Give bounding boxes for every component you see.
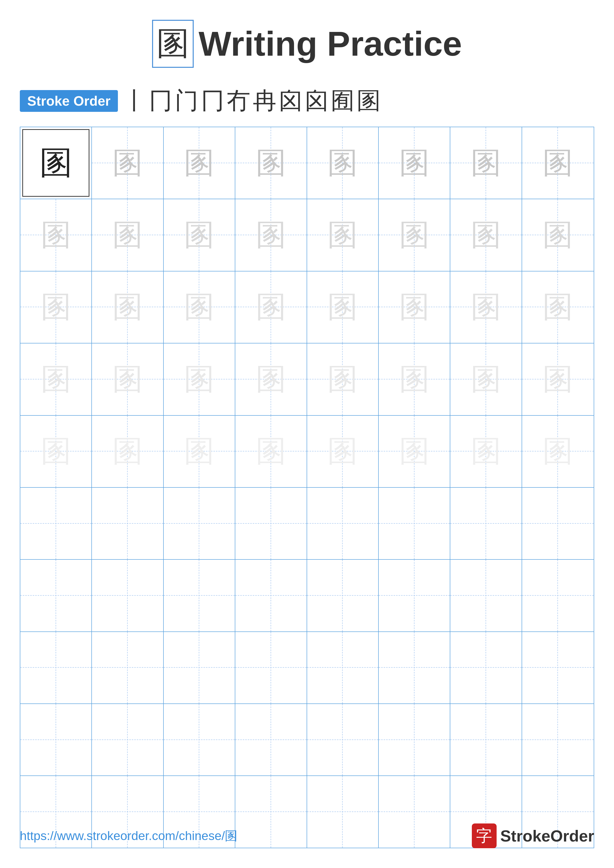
grid-cell[interactable]: 圂 — [379, 199, 450, 271]
grid-cell-blank[interactable] — [522, 704, 594, 775]
grid-cell[interactable]: 圂 — [235, 199, 307, 271]
practice-char: 圂 — [184, 359, 214, 399]
practice-char: 圂 — [113, 359, 142, 399]
grid-cell[interactable]: 圂 — [379, 416, 450, 487]
grid-cell[interactable]: 圂 — [522, 127, 594, 199]
stroke-8: 囟 — [305, 85, 328, 117]
practice-char: 圂 — [113, 431, 142, 471]
logo-text: StrokeOrder — [500, 827, 594, 845]
grid-cell[interactable]: 圂 — [92, 271, 163, 343]
grid-cell[interactable]: 圂 — [20, 199, 92, 271]
grid-cell-reference[interactable]: 圂 — [20, 127, 92, 199]
grid-cell-blank[interactable] — [522, 632, 594, 704]
grid-cell[interactable]: 圂 — [379, 271, 450, 343]
practice-char: 圂 — [328, 143, 358, 183]
grid-cell-blank[interactable] — [92, 560, 163, 631]
grid-cell[interactable]: 圂 — [307, 343, 379, 415]
practice-char: 圂 — [471, 359, 501, 399]
grid-cell-blank[interactable] — [164, 632, 235, 704]
grid-cell[interactable]: 圂 — [164, 127, 235, 199]
grid-cell-blank[interactable] — [164, 560, 235, 631]
grid-cell-blank[interactable] — [92, 632, 163, 704]
grid-cell[interactable]: 圂 — [307, 416, 379, 487]
grid-cell-blank[interactable] — [450, 488, 522, 559]
grid-cell[interactable]: 圂 — [522, 343, 594, 415]
grid-cell-blank[interactable] — [307, 488, 379, 559]
grid-cell-blank[interactable] — [522, 488, 594, 559]
grid-cell-blank[interactable] — [379, 488, 450, 559]
grid-cell[interactable]: 圂 — [235, 343, 307, 415]
grid-cell-blank[interactable] — [235, 488, 307, 559]
grid-cell[interactable]: 圂 — [164, 271, 235, 343]
grid-cell[interactable]: 圂 — [20, 271, 92, 343]
grid-cell-blank[interactable] — [164, 704, 235, 775]
grid-cell[interactable]: 圂 — [92, 416, 163, 487]
grid-cell[interactable]: 圂 — [450, 343, 522, 415]
grid-cell[interactable]: 圂 — [522, 271, 594, 343]
practice-char: 圂 — [543, 359, 573, 399]
grid-cell-blank[interactable] — [20, 704, 92, 775]
grid-cell[interactable]: 圂 — [307, 127, 379, 199]
grid-cell[interactable]: 圂 — [450, 271, 522, 343]
practice-char: 圂 — [328, 359, 358, 399]
grid-cell[interactable]: 圂 — [92, 127, 163, 199]
practice-char: 圂 — [328, 287, 358, 327]
grid-row-blank[interactable] — [20, 632, 594, 704]
grid-cell-blank[interactable] — [20, 488, 92, 559]
stroke-sequence: 丨 冂 门 冂 冇 冉 囟 囟 囿 圂 — [123, 85, 381, 117]
grid-cell-blank[interactable] — [307, 632, 379, 704]
footer-url[interactable]: https://www.strokeorder.com/chinese/圂 — [20, 828, 237, 844]
grid-row-blank[interactable] — [20, 488, 594, 560]
stroke-3: 门 — [175, 85, 198, 117]
logo-icon: 字 — [472, 823, 497, 848]
grid-cell-blank[interactable] — [307, 704, 379, 775]
practice-char: 圂 — [543, 431, 573, 471]
grid-cell[interactable]: 圂 — [307, 199, 379, 271]
grid-cell-blank[interactable] — [379, 632, 450, 704]
grid-cell-blank[interactable] — [235, 560, 307, 631]
practice-char: 圂 — [184, 143, 214, 183]
practice-char: 圂 — [256, 215, 286, 255]
grid-cell-blank[interactable] — [235, 632, 307, 704]
grid-cell-blank[interactable] — [307, 560, 379, 631]
grid-cell-blank[interactable] — [450, 704, 522, 775]
grid-cell[interactable]: 圂 — [235, 127, 307, 199]
stroke-5: 冇 — [227, 85, 250, 117]
grid-cell[interactable]: 圂 — [164, 343, 235, 415]
grid-cell[interactable]: 圂 — [164, 199, 235, 271]
grid-cell[interactable]: 圂 — [92, 343, 163, 415]
grid-cell[interactable]: 圂 — [450, 416, 522, 487]
grid-row-blank[interactable] — [20, 704, 594, 776]
grid-cell[interactable]: 圂 — [379, 127, 450, 199]
grid-cell[interactable]: 圂 — [450, 127, 522, 199]
grid-cell-blank[interactable] — [235, 704, 307, 775]
grid-cell-blank[interactable] — [522, 560, 594, 631]
grid-cell-blank[interactable] — [92, 704, 163, 775]
practice-char: 圂 — [543, 287, 573, 327]
practice-char: 圂 — [471, 287, 501, 327]
grid-cell-blank[interactable] — [450, 560, 522, 631]
grid-row: 圂 圂 圂 圂 圂 圂 圂 圂 — [20, 127, 594, 199]
grid-cell-blank[interactable] — [92, 488, 163, 559]
grid-cell-blank[interactable] — [164, 488, 235, 559]
grid-cell[interactable]: 圂 — [379, 343, 450, 415]
practice-char: 圂 — [256, 287, 286, 327]
grid-cell[interactable]: 圂 — [235, 271, 307, 343]
grid-cell[interactable]: 圂 — [307, 271, 379, 343]
grid-cell-blank[interactable] — [20, 560, 92, 631]
grid-cell[interactable]: 圂 — [450, 199, 522, 271]
grid-cell-blank[interactable] — [379, 704, 450, 775]
grid-cell[interactable]: 圂 — [20, 416, 92, 487]
grid-cell-blank[interactable] — [20, 632, 92, 704]
grid-row-blank[interactable] — [20, 560, 594, 632]
grid-cell[interactable]: 圂 — [235, 416, 307, 487]
grid-cell-blank[interactable] — [450, 632, 522, 704]
grid-cell-blank[interactable] — [379, 560, 450, 631]
practice-char: 圂 — [184, 431, 214, 471]
practice-grid[interactable]: 圂 圂 圂 圂 圂 圂 圂 圂 圂 圂 圂 圂 圂 圂 圂 圂 圂 圂 圂 圂 … — [20, 127, 594, 848]
grid-cell[interactable]: 圂 — [20, 343, 92, 415]
grid-cell[interactable]: 圂 — [164, 416, 235, 487]
grid-cell[interactable]: 圂 — [92, 199, 163, 271]
grid-cell[interactable]: 圂 — [522, 199, 594, 271]
grid-cell[interactable]: 圂 — [522, 416, 594, 487]
